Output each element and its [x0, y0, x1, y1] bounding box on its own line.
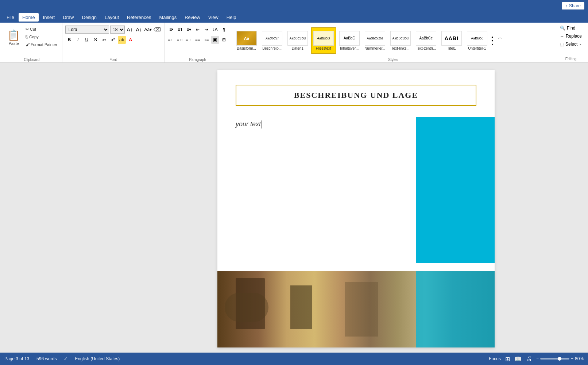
style-preview-daten1: AaBbCcDd [287, 31, 308, 46]
document-page[interactable]: BESCHREIBUNG UND LAGE your text [217, 70, 495, 347]
menu-file[interactable]: File [3, 13, 18, 22]
menu-design[interactable]: Design [78, 13, 100, 22]
read-mode-icon[interactable]: 📖 [514, 356, 522, 362]
format-painter-button[interactable]: 🖌 Format Painter [24, 41, 59, 48]
spelling-check-icon[interactable]: ✓ [64, 356, 67, 361]
bullet-list-button[interactable]: ≡• [167, 26, 175, 34]
paste-icon: 📋 [7, 29, 20, 41]
style-basisform[interactable]: Aa Basisform... [234, 27, 259, 54]
italic-button[interactable]: I [74, 36, 82, 44]
decrease-font-button[interactable]: A↓ [135, 26, 143, 34]
borders-button[interactable]: ⊞ [220, 36, 228, 44]
change-case-button[interactable]: Aa▾ [144, 26, 152, 34]
paragraph-group: ≡• ≡1 ≡▾ ⇤ ⇥ ↕A ¶ ≡← ≡↔ ≡→ ≡≡ ↕≡ ▣ ⊞ Par… [165, 23, 231, 62]
ribbon: 📋 Paste ✂ Cut ⎘ Copy 🖌 Format Painter [0, 23, 588, 63]
justify-button[interactable]: ≡≡ [194, 36, 202, 44]
font-family-select[interactable]: Lora [65, 26, 109, 34]
style-daten1[interactable]: AaBbCcDd Daten1 [285, 27, 310, 54]
menu-draw[interactable]: Draw [59, 13, 77, 22]
align-center-button[interactable]: ≡↔ [176, 36, 184, 44]
print-layout-icon[interactable]: 🖨 [526, 356, 532, 362]
zoom-control[interactable]: − + 80% [536, 356, 584, 361]
font-size-select[interactable]: 18 [110, 26, 125, 34]
share-icon: ↑ [565, 3, 568, 8]
editing-group: 🔍 Find ↔ Replace ⬚ Select ~ Editing [555, 23, 587, 62]
increase-font-button[interactable]: A↑ [126, 26, 134, 34]
show-formatting-button[interactable]: ¶ [220, 26, 228, 34]
status-bar: Page 3 of 13 596 words ✓ English (United… [0, 353, 588, 365]
word-count: 596 words [36, 356, 57, 361]
zoom-thumb [558, 357, 561, 361]
style-fliesstext[interactable]: AaBbCcI Fliesstext [311, 27, 336, 54]
style-preview-titel1: AABI [441, 31, 462, 46]
replace-icon: ↔ [560, 34, 564, 39]
numbered-list-button[interactable]: ≡1 [176, 26, 184, 34]
menu-bar: File Home Insert Draw Design Layout Refe… [0, 12, 588, 23]
menu-insert[interactable]: Insert [39, 13, 59, 22]
menu-references[interactable]: References [123, 13, 155, 22]
style-preview-untertitel1: AaBbCc [467, 31, 487, 46]
style-preview-nummerier: AaBbCcDd [365, 31, 385, 46]
editing-label: Editing [558, 56, 584, 61]
format-painter-icon: 🖌 [26, 42, 30, 47]
cut-icon: ✂ [26, 27, 29, 32]
document-main[interactable]: BESCHREIBUNG UND LAGE your text [124, 63, 588, 353]
zoom-in-icon[interactable]: + [571, 356, 573, 361]
text-highlight-button[interactable]: ab [118, 36, 126, 44]
title-bar: ↑ Share [0, 0, 588, 12]
subscript-button[interactable]: x₂ [100, 36, 108, 44]
focus-label[interactable]: Focus [489, 356, 501, 361]
clear-format-button[interactable]: ⌫ [153, 26, 161, 34]
clipboard-label: Clipboard [4, 57, 59, 62]
style-name-fliesstext: Fliesstext [316, 46, 331, 50]
menu-help[interactable]: Help [223, 13, 240, 22]
styles-scroll-up-button[interactable]: ▲ ▼ ▾ [490, 35, 495, 46]
copy-icon: ⎘ [26, 35, 28, 39]
line-spacing-button[interactable]: ↕≡ [202, 36, 210, 44]
style-untertitel1[interactable]: AaBbCc Untertitel-1 [465, 27, 490, 54]
menu-mailings[interactable]: Mailings [156, 13, 181, 22]
style-name-basisform: Basisform... [237, 46, 256, 50]
style-inhaltsver[interactable]: AaBbC Inhaltsver... [337, 27, 362, 54]
shading-button[interactable]: ▣ [211, 36, 219, 44]
align-right-button[interactable]: ≡→ [185, 36, 193, 44]
style-titel1[interactable]: AABI Titel1 [439, 27, 464, 54]
multilevel-list-button[interactable]: ≡▾ [185, 26, 193, 34]
strikethrough-button[interactable]: S [92, 36, 100, 44]
find-icon: 🔍 [560, 26, 565, 31]
style-beschreib[interactable]: AaBbCcI Beschreib... [260, 27, 285, 54]
zoom-slider[interactable] [540, 358, 569, 360]
menu-home[interactable]: Home [19, 13, 39, 22]
style-preview-beschreib: AaBbCcI [262, 31, 282, 46]
decrease-indent-button[interactable]: ⇤ [194, 26, 202, 34]
align-left-button[interactable]: ≡← [167, 36, 175, 44]
increase-indent-button[interactable]: ⇥ [202, 26, 210, 34]
language[interactable]: English (United States) [75, 356, 120, 361]
underline-button[interactable]: U [83, 36, 91, 44]
page-layout-icon[interactable]: ⊞ [505, 356, 510, 362]
styles-dialog-button[interactable]: ⌒ [496, 36, 504, 45]
font-color-button[interactable]: A [127, 36, 135, 44]
zoom-level: 80% [575, 356, 584, 361]
find-button[interactable]: 🔍 Find [558, 24, 584, 32]
paste-button[interactable]: 📋 Paste [4, 24, 23, 50]
style-textlinks[interactable]: AaBbCcDd Text-links... [388, 27, 413, 54]
image-strip [217, 271, 495, 347]
share-button[interactable]: ↑ Share [562, 2, 584, 9]
bold-button[interactable]: B [65, 36, 73, 44]
menu-review[interactable]: Review [181, 13, 204, 22]
copy-button[interactable]: ⎘ Copy [24, 33, 59, 41]
menu-view[interactable]: View [205, 13, 222, 22]
select-button[interactable]: ⬚ Select ~ [558, 40, 584, 48]
superscript-button[interactable]: x² [109, 36, 117, 44]
style-textzentri[interactable]: AaBbCc Text-zentri... [414, 27, 438, 54]
style-nummerier[interactable]: AaBbCcDd Nummerier... [363, 27, 387, 54]
sort-button[interactable]: ↕A [211, 26, 219, 34]
cyan-image-overlay [416, 271, 495, 347]
cut-button[interactable]: ✂ Cut [24, 26, 59, 33]
zoom-out-icon[interactable]: − [536, 356, 539, 361]
select-icon: ⬚ [560, 42, 564, 47]
menu-layout[interactable]: Layout [101, 13, 123, 22]
replace-button[interactable]: ↔ Replace [558, 32, 584, 40]
style-name-titel1: Titel1 [447, 46, 456, 50]
